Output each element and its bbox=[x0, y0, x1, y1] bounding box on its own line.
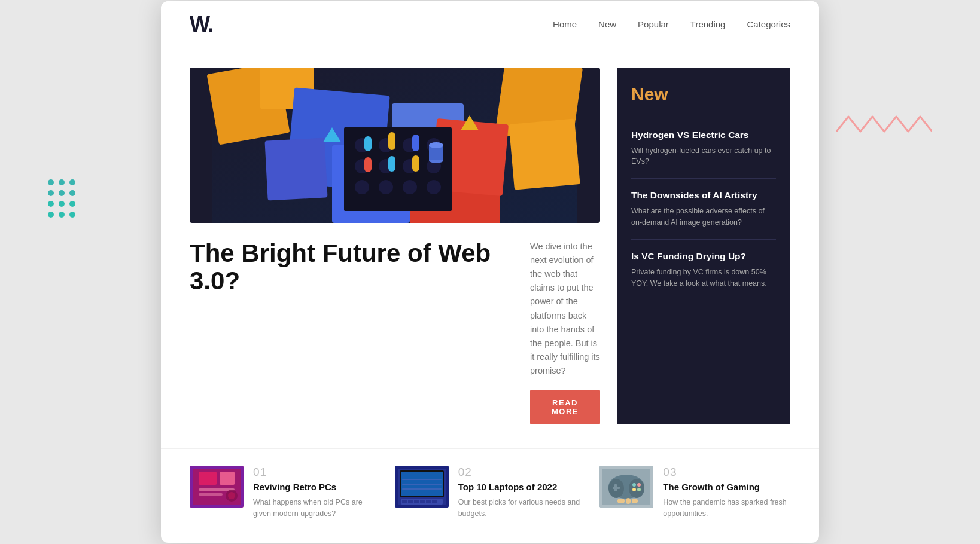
nav-link-popular[interactable]: Popular bbox=[638, 19, 669, 29]
svg-rect-38 bbox=[220, 472, 235, 485]
sidebar: New Hydrogen VS Electric Cars Will hydro… bbox=[617, 68, 790, 425]
nav-item-trending[interactable]: Trending bbox=[690, 19, 726, 30]
svg-point-65 bbox=[637, 483, 641, 487]
article-right: We dive into the next evolution of the w… bbox=[530, 240, 600, 425]
nav-link-trending[interactable]: Trending bbox=[690, 19, 726, 29]
sidebar-article-title-2: The Downsides of AI Artistry bbox=[631, 190, 776, 201]
svg-rect-25 bbox=[388, 132, 395, 150]
bottom-article-excerpt-3: How the pandemic has sparked fresh oppor… bbox=[663, 497, 790, 519]
svg-point-22 bbox=[403, 180, 417, 194]
svg-point-42 bbox=[228, 492, 235, 499]
bottom-article-2[interactable]: 02 Top 10 Laptops of 2022 Our best picks… bbox=[395, 466, 586, 519]
svg-rect-54 bbox=[402, 479, 442, 480]
nav-link-new[interactable]: New bbox=[598, 19, 616, 29]
left-section: The Bright Future of Web 3.0? We dive in… bbox=[190, 68, 600, 425]
svg-rect-70 bbox=[632, 499, 638, 503]
article-image-laptop bbox=[395, 466, 449, 508]
svg-rect-4 bbox=[509, 118, 580, 190]
svg-point-20 bbox=[355, 180, 369, 194]
svg-rect-26 bbox=[412, 135, 419, 151]
article-image-gaming bbox=[599, 466, 653, 508]
svg-rect-28 bbox=[388, 156, 395, 172]
sidebar-article-1[interactable]: Hydrogen VS Electric Cars Will hydrogen-… bbox=[631, 118, 776, 179]
svg-rect-24 bbox=[364, 136, 372, 151]
bottom-article-title-1: Reviving Retro PCs bbox=[253, 481, 381, 493]
nav-links: Home New Popular Trending Categories bbox=[553, 19, 790, 30]
svg-point-67 bbox=[637, 488, 641, 491]
svg-rect-63 bbox=[614, 484, 617, 491]
sidebar-article-excerpt-1: Will hydrogen-fueled cars ever catch up … bbox=[631, 145, 776, 168]
nav-item-popular[interactable]: Popular bbox=[638, 19, 669, 30]
article-number-1: 01 bbox=[253, 466, 381, 479]
nav-link-categories[interactable]: Categories bbox=[747, 19, 790, 29]
sidebar-article-3[interactable]: Is VC Funding Drying Up? Private funding… bbox=[631, 239, 776, 300]
bottom-article-title-3: The Growth of Gaming bbox=[663, 481, 790, 493]
decorative-dots bbox=[48, 179, 75, 218]
sidebar-article-2[interactable]: The Downsides of AI Artistry What are th… bbox=[631, 178, 776, 239]
nav-link-home[interactable]: Home bbox=[553, 19, 577, 29]
svg-rect-68 bbox=[617, 499, 625, 503]
svg-point-64 bbox=[632, 483, 636, 487]
main-content: The Bright Future of Web 3.0? We dive in… bbox=[161, 48, 819, 449]
sidebar-article-title-3: Is VC Funding Drying Up? bbox=[631, 250, 776, 262]
nav-item-new[interactable]: New bbox=[598, 19, 616, 30]
svg-point-21 bbox=[379, 180, 393, 194]
site-logo[interactable]: W. bbox=[190, 12, 212, 37]
read-more-button[interactable]: READ MORE bbox=[530, 390, 600, 424]
svg-rect-56 bbox=[402, 488, 442, 490]
article-content-3: 03 The Growth of Gaming How the pandemic… bbox=[663, 466, 790, 519]
nav-item-categories[interactable]: Categories bbox=[747, 19, 790, 30]
svg-rect-51 bbox=[420, 500, 425, 503]
svg-rect-37 bbox=[199, 472, 217, 485]
article-number-3: 03 bbox=[663, 466, 790, 479]
sidebar-article-excerpt-3: Private funding by VC firms is down 50% … bbox=[631, 267, 776, 289]
svg-rect-29 bbox=[412, 155, 419, 172]
sidebar-title: New bbox=[631, 84, 776, 105]
article-excerpt: We dive into the next evolution of the w… bbox=[530, 240, 600, 378]
svg-rect-53 bbox=[432, 500, 437, 503]
sidebar-article-title-1: Hydrogen VS Electric Cars bbox=[631, 129, 776, 141]
svg-point-66 bbox=[632, 488, 636, 491]
article-content-2: 02 Top 10 Laptops of 2022 Our best picks… bbox=[458, 466, 586, 519]
svg-rect-40 bbox=[199, 493, 223, 496]
svg-rect-50 bbox=[414, 500, 419, 503]
bottom-article-excerpt-2: Our best picks for various needs and bud… bbox=[458, 497, 586, 519]
svg-point-23 bbox=[427, 180, 441, 194]
bottom-article-title-2: Top 10 Laptops of 2022 bbox=[458, 481, 586, 493]
sidebar-article-excerpt-2: What are the possible adverse effects of… bbox=[631, 206, 776, 228]
article-image-retro bbox=[190, 466, 244, 508]
svg-point-34 bbox=[429, 142, 443, 148]
nav-item-home[interactable]: Home bbox=[553, 19, 577, 30]
svg-rect-52 bbox=[426, 500, 431, 503]
bottom-articles: 01 Reviving Retro PCs What happens when … bbox=[161, 448, 819, 543]
article-title: The Bright Future of Web 3.0? bbox=[190, 240, 513, 295]
article-content-1: 01 Reviving Retro PCs What happens when … bbox=[253, 466, 381, 519]
svg-rect-8 bbox=[264, 137, 327, 200]
svg-rect-48 bbox=[402, 500, 407, 503]
bottom-article-3[interactable]: 03 The Growth of Gaming How the pandemic… bbox=[599, 466, 790, 519]
bottom-article-1[interactable]: 01 Reviving Retro PCs What happens when … bbox=[190, 466, 381, 519]
navigation: W. Home New Popular Trending Categories bbox=[161, 1, 819, 48]
article-number-2: 02 bbox=[458, 466, 586, 479]
svg-rect-27 bbox=[364, 157, 372, 172]
hero-text-section: The Bright Future of Web 3.0? We dive in… bbox=[190, 240, 600, 425]
svg-rect-69 bbox=[626, 498, 631, 504]
svg-rect-55 bbox=[402, 484, 442, 485]
bottom-article-excerpt-1: What happens when old PCs are given mode… bbox=[253, 497, 381, 519]
hero-image bbox=[190, 68, 600, 223]
svg-point-61 bbox=[629, 479, 644, 498]
decorative-zigzag bbox=[836, 108, 932, 158]
browser-window: W. Home New Popular Trending Categories bbox=[161, 1, 819, 543]
svg-rect-49 bbox=[408, 500, 413, 503]
